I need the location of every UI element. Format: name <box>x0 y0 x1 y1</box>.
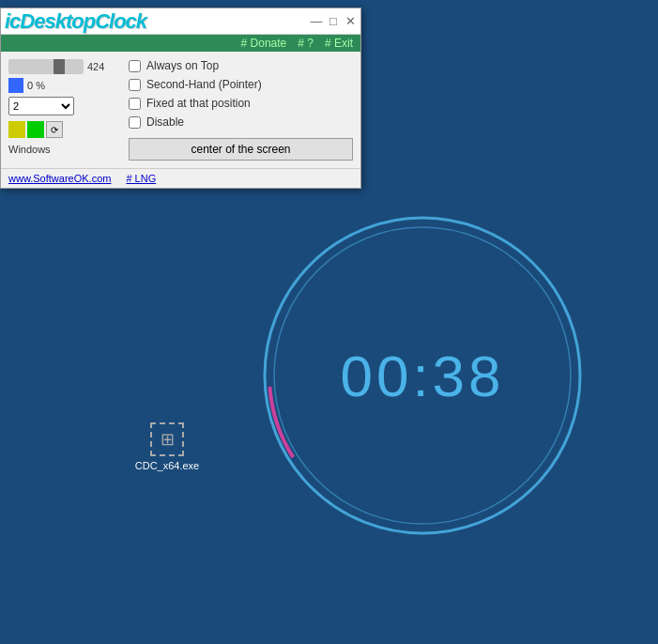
desktop-icon-image: ⊞ <box>150 422 184 456</box>
swatch-yellow[interactable] <box>8 121 25 138</box>
app-title-text: icDesktopClock <box>5 9 146 33</box>
main-content: 424 0 % 2 1 3 ⟳ Wi <box>1 52 360 168</box>
disable-checkbox[interactable] <box>129 116 141 129</box>
os-label: Windows <box>8 144 121 155</box>
second-hand-row: Second-Hand (Pointer) <box>129 78 353 91</box>
desktop-icon-cdc[interactable]: ⊞ CDC_x64.exe <box>139 422 195 471</box>
window-controls: — □ ✕ <box>310 15 357 28</box>
close-button[interactable]: ✕ <box>344 15 357 28</box>
dropdown-row: 2 1 3 <box>8 97 121 115</box>
fixed-position-checkbox[interactable] <box>129 98 141 110</box>
dropdown-select[interactable]: 2 1 3 <box>8 97 74 115</box>
color-bar <box>8 78 23 93</box>
website-link[interactable]: www.SoftwareOK.com <box>8 173 111 184</box>
disable-row: Disable <box>129 115 353 129</box>
size-slider[interactable] <box>8 59 84 74</box>
slider-row: 424 <box>8 59 121 74</box>
desktop: 00:38 ⊞ CDC_x64.exe icDesktopClock — □ ✕… <box>0 0 658 644</box>
help-link[interactable]: # ? <box>298 37 314 50</box>
title-bar: icDesktopClock — □ ✕ <box>1 8 360 35</box>
donate-link[interactable]: # Donate <box>241 37 287 50</box>
second-hand-label: Second-Hand (Pointer) <box>146 78 262 91</box>
percent-row: 0 % <box>8 78 121 93</box>
swatch-green[interactable] <box>27 121 44 138</box>
center-screen-button[interactable]: center of the screen <box>129 138 353 161</box>
exit-link[interactable]: # Exit <box>325 37 353 50</box>
fixed-position-label: Fixed at that position <box>146 97 251 110</box>
fixed-position-row: Fixed at that position <box>129 97 353 110</box>
second-hand-checkbox[interactable] <box>129 79 141 91</box>
footer: www.SoftwareOK.com # LNG <box>1 168 360 188</box>
desktop-icon-label: CDC_x64.exe <box>135 460 199 471</box>
slider-value: 424 <box>87 61 104 72</box>
disable-label: Disable <box>146 115 184 129</box>
app-window: icDesktopClock — □ ✕ # Donate # ? # Exit… <box>0 8 361 189</box>
clock-widget: 00:38 <box>253 207 591 544</box>
minimize-button[interactable]: — <box>310 15 323 28</box>
left-panel: 424 0 % 2 1 3 ⟳ Wi <box>8 59 121 161</box>
always-on-top-row: Always on Top <box>129 59 353 72</box>
lng-link[interactable]: # LNG <box>126 173 156 184</box>
right-panel: Always on Top Second-Hand (Pointer) Fixe… <box>129 59 353 161</box>
always-on-top-label: Always on Top <box>146 59 219 72</box>
swatch-icon-btn[interactable]: ⟳ <box>46 121 63 138</box>
clock-time-display: 00:38 <box>253 207 591 544</box>
app-title: icDesktopClock <box>5 9 146 34</box>
always-on-top-checkbox[interactable] <box>129 60 141 72</box>
percent-text: 0 % <box>27 80 45 91</box>
clock-time-text: 00:38 <box>340 343 504 409</box>
header-bar: # Donate # ? # Exit <box>1 35 360 52</box>
maximize-button[interactable]: □ <box>327 15 340 28</box>
desktop-icon-glyph: ⊞ <box>161 429 175 450</box>
color-swatches: ⟳ <box>8 121 121 138</box>
